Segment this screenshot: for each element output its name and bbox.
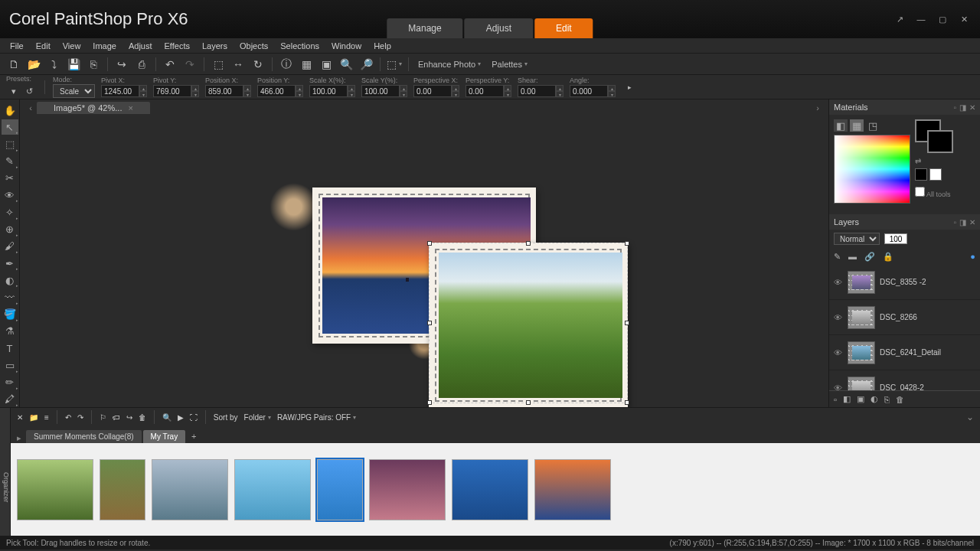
mat-tab-rainbow-icon[interactable]: ◧ <box>834 119 848 132</box>
close-icon[interactable]: ✕ <box>957 12 971 26</box>
selection-tool-icon[interactable]: ⬚▸ <box>2 136 18 152</box>
dup-layer-icon[interactable]: ⎘ <box>884 395 890 404</box>
menu-image[interactable]: Image <box>87 40 122 52</box>
tab-edit[interactable]: Edit <box>534 18 593 38</box>
enhance-photo-dropdown[interactable]: Enhance Photo <box>415 60 484 69</box>
zoomout-icon[interactable]: 🔎 <box>358 57 374 72</box>
layer-item[interactable]: 👁DSC_0428-2 <box>829 370 980 390</box>
org-map-icon[interactable]: ⚐ <box>100 413 106 422</box>
menu-selections[interactable]: Selections <box>275 40 325 52</box>
document-tab[interactable]: Image5* @ 42%... × <box>37 102 150 114</box>
layer-mask-icon[interactable]: ▬ <box>848 252 857 261</box>
tab-adjust[interactable]: Adjust <box>465 18 533 38</box>
rawjpg-toggle[interactable]: RAW/JPG Pairs: OFF <box>277 413 356 422</box>
dropper-tool-icon[interactable]: ✎▸ <box>2 154 18 169</box>
org-folder-icon[interactable]: 📁 <box>29 413 38 422</box>
org-share-icon[interactable]: ↪ <box>126 413 132 422</box>
panel-undock-icon[interactable]: ◨ <box>959 103 966 112</box>
org-zoom-icon[interactable]: 🔍 <box>162 413 172 422</box>
presets-pick-icon[interactable]: ▾ <box>6 83 21 99</box>
org-close-icon[interactable]: ✕ <box>17 413 23 422</box>
redo-icon[interactable]: ↷ <box>182 57 198 72</box>
warp-tool-icon[interactable]: 〰▸ <box>2 289 18 305</box>
org-tab-mytray[interactable]: My Tray <box>143 430 186 443</box>
new-adjust-icon[interactable]: ◐ <box>871 394 878 404</box>
menu-view[interactable]: View <box>57 40 87 52</box>
picture-tube-icon[interactable]: ⚗ <box>2 324 18 339</box>
tab-manage[interactable]: Manage <box>387 18 462 38</box>
info-icon[interactable]: ⓘ <box>279 57 294 72</box>
alltools-checkbox[interactable] <box>915 187 925 197</box>
twain-icon[interactable]: ⤵ <box>46 57 61 72</box>
doc-next-icon[interactable]: › <box>812 103 824 112</box>
grid-icon[interactable]: ▦ <box>299 57 314 72</box>
bg-small-swatch[interactable] <box>929 168 942 181</box>
layer-visibility-icon[interactable]: 👁 <box>834 278 843 287</box>
org-rotate-r-icon[interactable]: ↷ <box>77 413 83 422</box>
new-layer-icon[interactable]: ▫ <box>834 395 837 404</box>
color-picker[interactable] <box>834 135 910 204</box>
org-tag-icon[interactable]: 🏷 <box>113 413 120 422</box>
clone-tool-icon[interactable]: ⊕▸ <box>2 222 18 237</box>
angle-input[interactable] <box>570 85 608 97</box>
panel-close-icon[interactable]: ✕ <box>969 218 975 227</box>
makeover-tool-icon[interactable]: ✧▸ <box>2 204 18 220</box>
mat-tab-swatch-icon[interactable]: ▦ <box>850 119 864 132</box>
quick-share-icon[interactable]: ↗ <box>893 12 906 26</box>
palettes-dropdown[interactable]: Palettes <box>488 60 531 69</box>
opacity-input[interactable] <box>884 233 907 244</box>
shear-input[interactable] <box>518 85 556 97</box>
scalex-input[interactable] <box>309 85 348 97</box>
thumbnail[interactable] <box>234 459 311 520</box>
posy-input[interactable] <box>257 85 296 97</box>
layer-item[interactable]: 👁DSC_6241_Detail <box>829 335 980 370</box>
blend-mode-select[interactable]: Normal <box>834 233 880 245</box>
layer-edit-icon[interactable]: ✎ <box>834 252 841 262</box>
open-icon[interactable]: 📂 <box>26 57 41 72</box>
menu-effects[interactable]: Effects <box>159 40 195 52</box>
crop-tool-icon[interactable]: ✂ <box>2 171 18 186</box>
layer-visibility-icon[interactable]: 👁 <box>834 348 843 357</box>
doc-prev-icon[interactable]: ‹ <box>24 103 37 112</box>
layer-lock-icon[interactable]: 🔒 <box>883 252 893 262</box>
thumbnail[interactable] <box>317 459 363 520</box>
mode-select[interactable]: Scale <box>53 84 95 98</box>
thumbnail[interactable] <box>534 459 611 520</box>
org-tab-collage[interactable]: Summer Moments Collage(8) <box>26 430 142 443</box>
thumbnail[interactable] <box>17 459 93 520</box>
panel-menu-icon[interactable]: ▫ <box>953 218 956 227</box>
layer-visibility-icon[interactable]: 👁 <box>834 313 843 322</box>
pick-tool-icon[interactable]: ↖▸ <box>2 119 18 135</box>
background-swatch[interactable] <box>927 130 953 153</box>
thumbnail[interactable] <box>369 459 446 520</box>
flood-tool-icon[interactable]: 🪣▸ <box>2 307 18 322</box>
materials-panel-header[interactable]: Materials ▫◨✕ <box>829 99 980 115</box>
pan-tool-icon[interactable]: ✋ <box>2 103 18 118</box>
org-expand-icon[interactable]: ▸ <box>17 433 21 443</box>
doc-close-icon[interactable]: × <box>128 103 132 112</box>
panel-undock-icon[interactable]: ◨ <box>959 218 966 227</box>
menu-objects[interactable]: Objects <box>234 40 273 52</box>
zoomin-icon[interactable]: 🔍 <box>338 57 354 72</box>
posx-input[interactable] <box>205 85 243 97</box>
print-icon[interactable]: ⎙ <box>134 57 149 72</box>
airbrush-tool-icon[interactable]: ✒▸ <box>2 256 18 271</box>
perspx-input[interactable] <box>413 85 452 97</box>
delete-layer-icon[interactable]: 🗑 <box>896 395 904 404</box>
layer-style-icon[interactable]: ● <box>970 252 975 261</box>
minimize-icon[interactable]: — <box>914 12 928 26</box>
org-rotate-l-icon[interactable]: ↶ <box>65 413 71 422</box>
org-list-icon[interactable]: ≡ <box>44 413 49 422</box>
rulers-icon[interactable]: ▣ <box>318 57 334 72</box>
undo-icon[interactable]: ↶ <box>162 57 178 72</box>
panel-close-icon[interactable]: ✕ <box>969 103 975 112</box>
pen-tool-icon[interactable]: ✏▸ <box>2 375 18 390</box>
maximize-icon[interactable]: ▢ <box>936 12 949 26</box>
organizer-label[interactable]: Organizer <box>0 408 11 536</box>
swap-colors-icon[interactable]: ⇄ <box>915 157 921 165</box>
menu-file[interactable]: File <box>5 40 29 52</box>
pivoty-input[interactable] <box>153 85 191 97</box>
new-mask-icon[interactable]: ◧ <box>843 394 851 404</box>
new-group-icon[interactable]: ▣ <box>857 394 864 404</box>
fg-small-swatch[interactable] <box>915 168 927 181</box>
